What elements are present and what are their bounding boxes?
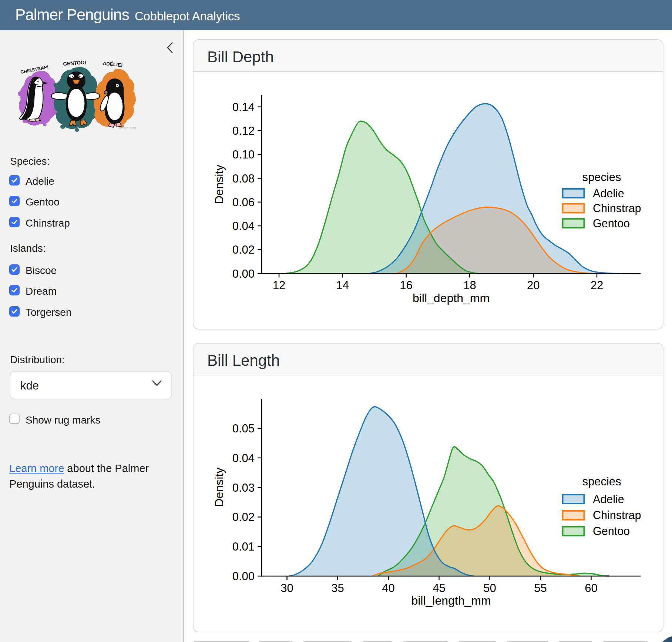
svg-text:55: 55: [534, 582, 547, 595]
svg-text:0.10: 0.10: [232, 148, 255, 161]
svg-text:species: species: [582, 475, 621, 488]
svg-text:0.02: 0.02: [232, 243, 255, 256]
svg-text:Adelie: Adelie: [593, 493, 624, 505]
svg-text:bill_depth_mm: bill_depth_mm: [413, 291, 490, 305]
svg-text:Density: Density: [212, 165, 226, 204]
svg-text:12: 12: [273, 279, 285, 292]
svg-text:35: 35: [331, 582, 344, 595]
svg-text:Gentoo: Gentoo: [593, 525, 630, 537]
svg-text:0.00: 0.00: [232, 570, 255, 583]
svg-text:0.03: 0.03: [232, 481, 255, 494]
svg-text:40: 40: [382, 582, 394, 595]
svg-text:45: 45: [433, 582, 445, 595]
svg-text:Gentoo: Gentoo: [593, 217, 630, 230]
svg-text:Chinstrap: Chinstrap: [593, 202, 641, 215]
svg-text:16: 16: [400, 279, 412, 292]
svg-text:bill_length_mm: bill_length_mm: [411, 594, 491, 607]
svg-text:0.04: 0.04: [232, 220, 255, 233]
svg-text:Density: Density: [212, 468, 226, 507]
svg-text:14: 14: [336, 279, 349, 292]
svg-text:22: 22: [591, 279, 603, 292]
svg-text:0.14: 0.14: [232, 101, 255, 114]
svg-text:0.01: 0.01: [232, 540, 255, 553]
svg-text:60: 60: [585, 582, 597, 595]
svg-text:0.12: 0.12: [232, 124, 255, 137]
svg-text:0.04: 0.04: [232, 452, 255, 465]
svg-text:18: 18: [463, 279, 476, 292]
svg-text:species: species: [582, 171, 621, 184]
svg-text:0.06: 0.06: [232, 196, 255, 209]
svg-text:Chinstrap: Chinstrap: [593, 509, 641, 522]
svg-text:50: 50: [483, 582, 496, 595]
svg-text:Adelie: Adelie: [593, 187, 624, 200]
svg-text:0.05: 0.05: [232, 422, 255, 435]
svg-text:0.02: 0.02: [232, 511, 255, 524]
svg-text:0.00: 0.00: [232, 267, 255, 280]
svg-text:20: 20: [527, 279, 540, 292]
svg-text:0.08: 0.08: [232, 172, 255, 185]
svg-text:30: 30: [280, 582, 293, 595]
